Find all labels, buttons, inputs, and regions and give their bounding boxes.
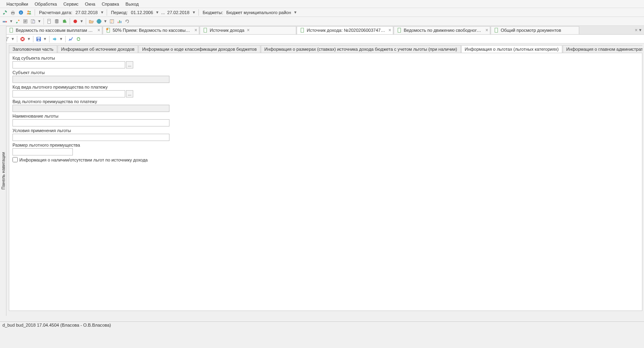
doc-tab-1[interactable]: 50% Прием: Ведомость по кассовым выплат.… <box>103 26 199 34</box>
pref-type-input <box>12 105 169 112</box>
conditions-input[interactable] <box>12 134 169 141</box>
subject-code-lookup-button[interactable]: ... <box>126 61 133 68</box>
tool-d-dropdown[interactable]: ▾ <box>37 19 41 23</box>
delete-icon[interactable] <box>19 36 26 42</box>
menu-service[interactable]: Сервис <box>60 1 82 7</box>
puzzle-icon[interactable] <box>61 18 68 25</box>
svg-point-23 <box>106 28 108 30</box>
svg-point-9 <box>18 19 20 21</box>
budgets-value[interactable]: Бюджет муниципального район <box>226 10 291 15</box>
document-tabs: » Ведомость по кассовым выплатам из бюдж… <box>0 26 644 35</box>
users-icon[interactable] <box>26 9 32 16</box>
sign-icon[interactable] <box>68 36 74 42</box>
calc-date-label: Расчетная дата: <box>39 10 72 15</box>
period-sep: ... <box>161 10 165 15</box>
form-tab-rates[interactable]: Информация о размерах (ставках) источник… <box>261 45 461 53</box>
budgets-dropdown[interactable]: ▾ <box>293 10 297 14</box>
navigation-panel[interactable]: Панель навигации <box>0 26 6 316</box>
menu-help[interactable]: Справка <box>99 1 122 7</box>
form-tab-header[interactable]: Заголовочная часть <box>9 45 57 53</box>
print-icon[interactable] <box>10 9 16 16</box>
filter-dropdown[interactable]: ▾ <box>11 37 15 41</box>
tool-b-icon[interactable] <box>14 18 21 25</box>
tool-c-icon[interactable] <box>22 18 29 25</box>
form-tab-classification[interactable]: Информации о коде классификации доходов … <box>138 45 260 53</box>
tabs-menu-dropdown[interactable]: ▾ <box>638 28 642 32</box>
tool-a-dropdown[interactable]: ▾ <box>9 19 13 23</box>
refresh-icon[interactable] <box>75 36 82 42</box>
period-from-value[interactable]: 01.12.2006 <box>131 10 153 15</box>
tool-d-icon[interactable] <box>30 18 36 25</box>
doc-tab-2[interactable]: Источник дохода × <box>200 26 296 34</box>
separator <box>86 18 86 25</box>
presence-checkbox[interactable] <box>12 157 18 162</box>
menu-exit[interactable]: Выход <box>122 1 142 7</box>
separator <box>33 36 33 42</box>
save-icon[interactable] <box>35 36 42 42</box>
close-all-icon[interactable]: × <box>635 27 638 33</box>
period-from-dropdown[interactable]: ▾ <box>155 10 159 14</box>
tools-icon[interactable] <box>2 9 8 16</box>
undo-icon[interactable] <box>124 18 130 25</box>
record-dropdown[interactable]: ▾ <box>80 19 84 23</box>
info-icon[interactable]: i <box>18 9 24 16</box>
svg-text:i: i <box>21 10 21 14</box>
form-tab-benefits[interactable]: Информация о льготах (льготных категория… <box>461 45 562 53</box>
delete-dropdown[interactable]: ▾ <box>27 37 31 41</box>
record-icon[interactable] <box>72 18 78 25</box>
svg-rect-19 <box>119 20 120 23</box>
svg-point-5 <box>27 10 29 12</box>
period-to-dropdown[interactable]: ▾ <box>192 10 196 14</box>
separator <box>70 18 70 25</box>
doc-icon[interactable] <box>46 18 52 25</box>
doc-tab-4[interactable]: Ведомость по движению свободного остатк.… <box>394 26 490 34</box>
doc-tab-label: Источник дохода <box>210 28 244 33</box>
svg-rect-21 <box>10 28 13 33</box>
submit-dropdown[interactable]: ▾ <box>59 37 63 41</box>
document-icon <box>105 27 111 33</box>
svg-rect-26 <box>398 28 401 33</box>
menu-bar: Настройки Обработка Сервис Окна Справка … <box>0 0 644 8</box>
doc-tab-label: 50% Прием: Ведомость по кассовым выплат.… <box>113 28 192 33</box>
doc-tab-5[interactable]: Общий просмотр документов <box>491 26 579 34</box>
size-input[interactable] <box>12 148 73 155</box>
svg-rect-18 <box>118 21 119 23</box>
pref-name-input[interactable] <box>12 119 169 126</box>
document-icon <box>8 27 14 33</box>
open-icon[interactable] <box>88 18 95 25</box>
conditions-label: Условия применения льготы <box>12 128 639 133</box>
save-dropdown[interactable]: ▾ <box>43 37 47 41</box>
form-tab-admin[interactable]: Информация о главном администраторе дохо… <box>563 45 642 53</box>
presence-checkbox-label: Информация о наличии/отсутствии льгот по… <box>19 157 148 162</box>
separator <box>49 36 50 42</box>
pref-type-code-lookup-button[interactable]: ... <box>126 90 133 97</box>
doc-tab-3[interactable]: Источник дохода: №20202060037476701000..… <box>297 26 393 34</box>
close-icon[interactable]: × <box>485 27 488 33</box>
submit-icon[interactable] <box>52 36 58 42</box>
close-icon[interactable]: × <box>97 27 100 33</box>
list-icon[interactable] <box>109 18 115 25</box>
doc-tab-0[interactable]: Ведомость по кассовым выплатам из бюдже.… <box>6 26 102 34</box>
calc-date-value[interactable]: 27.02.2018 <box>76 10 98 15</box>
close-icon[interactable]: × <box>247 27 250 33</box>
menu-settings[interactable]: Настройки <box>3 1 31 7</box>
globe-dropdown[interactable]: ▾ <box>103 19 107 23</box>
calc-date-dropdown[interactable]: ▾ <box>100 10 104 14</box>
close-icon[interactable]: × <box>388 27 391 33</box>
globe-icon[interactable] <box>96 18 102 25</box>
tool-a-icon[interactable] <box>2 18 8 25</box>
pref-type-code-input[interactable] <box>12 90 125 97</box>
separator <box>43 18 44 25</box>
navigation-panel-label: Панель навигации <box>1 152 6 190</box>
menu-windows[interactable]: Окна <box>82 1 99 7</box>
form-tab-source-info[interactable]: Информация об источнике доходов <box>58 45 138 53</box>
subject-code-input[interactable] <box>12 61 125 68</box>
chart-icon[interactable] <box>116 18 123 25</box>
doc-tab-label: Источник дохода: №20202060037476701000..… <box>307 28 386 33</box>
db-icon[interactable] <box>54 18 60 25</box>
period-to-value[interactable]: 27.02.2018 <box>167 10 190 15</box>
close-icon[interactable]: × <box>194 27 197 33</box>
separator <box>17 36 17 42</box>
subject-input <box>12 76 169 83</box>
menu-processing[interactable]: Обработка <box>31 1 60 7</box>
